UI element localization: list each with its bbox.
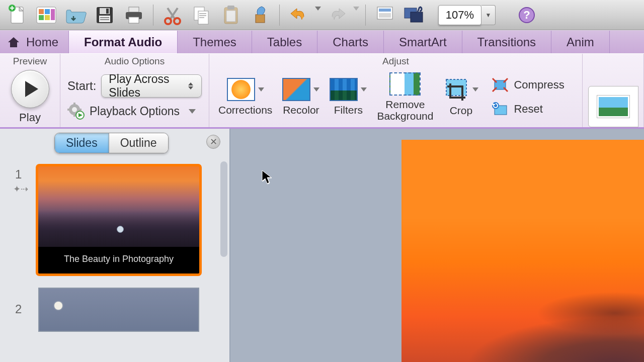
svg-point-36 xyxy=(72,107,77,112)
crop-button[interactable]: Crop xyxy=(441,77,480,116)
zoom-dropdown-icon[interactable]: ▼ xyxy=(481,5,496,25)
filters-button[interactable]: Filters xyxy=(328,78,369,116)
compress-button[interactable]: Compress xyxy=(492,77,564,93)
undo-dropdown-icon[interactable] xyxy=(315,11,321,20)
template-gallery-button[interactable] xyxy=(33,3,59,27)
slide-thumbnail-title: The Beauty in Photography xyxy=(38,247,199,274)
chevron-down-icon xyxy=(472,87,478,92)
copy-button[interactable] xyxy=(189,3,215,27)
open-button[interactable] xyxy=(62,3,89,27)
remove-background-icon xyxy=(389,72,421,96)
svg-rect-10 xyxy=(106,9,109,14)
group-picture-styles xyxy=(583,54,644,127)
recolor-button[interactable]: Recolor xyxy=(280,78,321,116)
chevron-down-icon xyxy=(258,87,264,92)
chevron-down-icon xyxy=(189,109,196,114)
svg-point-18 xyxy=(174,18,180,24)
svg-rect-23 xyxy=(199,17,204,18)
redo-button[interactable] xyxy=(324,3,350,27)
zoom-control[interactable]: 107% ▼ xyxy=(438,5,496,25)
workspace: Slides Outline ✕ 1 ✦⇢ The Beauty in Phot… xyxy=(0,129,644,362)
reset-icon xyxy=(492,102,509,117)
crop-icon xyxy=(443,77,469,102)
svg-rect-4 xyxy=(45,9,50,14)
chevron-down-icon xyxy=(361,87,367,92)
svg-rect-27 xyxy=(256,15,265,23)
corrections-button[interactable]: Corrections xyxy=(216,78,274,116)
close-icon: ✕ xyxy=(210,136,217,147)
group-title-adjust: Adjust xyxy=(209,54,582,67)
tab-format-audio[interactable]: Format Audio xyxy=(69,31,178,53)
print-button[interactable] xyxy=(121,3,147,27)
redo-dropdown-icon[interactable] xyxy=(353,11,359,20)
svg-rect-26 xyxy=(226,11,235,22)
corrections-icon xyxy=(227,78,255,101)
slides-tab[interactable]: Slides xyxy=(55,133,109,153)
toolbar-separator xyxy=(279,5,280,26)
svg-rect-11 xyxy=(99,16,110,22)
svg-rect-22 xyxy=(199,15,206,16)
svg-rect-30 xyxy=(379,13,391,18)
tab-charts[interactable]: Charts xyxy=(317,31,384,53)
tab-themes[interactable]: Themes xyxy=(178,31,252,53)
slide-thumbnail-2[interactable] xyxy=(38,288,199,332)
recolor-label: Recolor xyxy=(283,104,319,116)
start-select[interactable]: Play Across Slides xyxy=(101,74,202,98)
remove-background-button[interactable]: Remove Background xyxy=(375,72,435,122)
svg-text:?: ? xyxy=(523,9,530,21)
tab-tables[interactable]: Tables xyxy=(252,31,317,53)
cut-button[interactable] xyxy=(159,3,186,27)
tab-home[interactable]: Home xyxy=(0,31,69,53)
group-adjust: Adjust Corrections Recolor xyxy=(209,54,583,127)
svg-rect-13 xyxy=(100,19,109,20)
audio-icon xyxy=(117,226,124,233)
thumbnail-list: 1 ✦⇢ The Beauty in Photography 2 xyxy=(0,157,229,362)
playback-options-button[interactable]: Playback Options xyxy=(67,103,196,120)
save-button[interactable] xyxy=(92,3,118,27)
group-title-audio-options: Audio Options xyxy=(60,54,209,67)
slide-panel: Slides Outline ✕ 1 ✦⇢ The Beauty in Phot… xyxy=(0,129,230,362)
corrections-label: Corrections xyxy=(218,104,272,116)
help-button[interactable]: ? xyxy=(514,3,540,27)
tab-transitions[interactable]: Transitions xyxy=(462,31,551,53)
start-label: Start: xyxy=(67,79,96,93)
filters-label: Filters xyxy=(334,104,363,116)
svg-rect-6 xyxy=(45,15,50,20)
slide-canvas[interactable] xyxy=(401,140,644,362)
svg-rect-3 xyxy=(39,9,44,14)
scrollbar[interactable] xyxy=(220,161,227,257)
tab-smartart[interactable]: SmartArt xyxy=(384,31,462,53)
picture-style-thumbnail[interactable] xyxy=(588,86,638,127)
group-audio-options: Audio Options Start: Play Across Slides … xyxy=(60,54,209,127)
start-value: Play Across Slides xyxy=(109,72,183,100)
playback-options-label: Playback Options xyxy=(90,105,180,118)
play-icon xyxy=(25,81,38,97)
slide-thumbnail-1[interactable]: The Beauty in Photography xyxy=(38,166,199,274)
svg-rect-40 xyxy=(78,109,82,111)
standard-toolbar: 107% ▼ ? xyxy=(0,0,644,30)
svg-rect-21 xyxy=(199,13,206,14)
toolbar-separator xyxy=(365,5,366,26)
svg-rect-12 xyxy=(100,17,109,18)
close-panel-button[interactable]: ✕ xyxy=(206,135,220,149)
media-browser-button[interactable] xyxy=(401,3,427,27)
canvas-area[interactable] xyxy=(230,129,644,362)
svg-rect-32 xyxy=(411,12,423,22)
group-title-preview: Preview xyxy=(0,54,60,67)
new-document-button[interactable] xyxy=(4,3,30,27)
undo-button[interactable] xyxy=(286,3,312,27)
svg-rect-7 xyxy=(51,9,55,20)
new-slide-button[interactable] xyxy=(372,3,398,27)
reset-label: Reset xyxy=(514,103,542,116)
svg-rect-37 xyxy=(73,103,75,106)
play-button[interactable] xyxy=(11,70,49,108)
zoom-value: 107% xyxy=(446,9,474,22)
format-painter-button[interactable] xyxy=(247,3,273,27)
outline-tab[interactable]: Outline xyxy=(109,133,168,153)
paste-button[interactable] xyxy=(218,3,244,27)
svg-rect-39 xyxy=(67,109,70,111)
transition-badge-icon: ✦⇢ xyxy=(13,184,28,195)
tab-animations[interactable]: Anim xyxy=(551,31,610,53)
reset-button[interactable]: Reset xyxy=(492,102,564,117)
filters-icon xyxy=(330,78,358,101)
